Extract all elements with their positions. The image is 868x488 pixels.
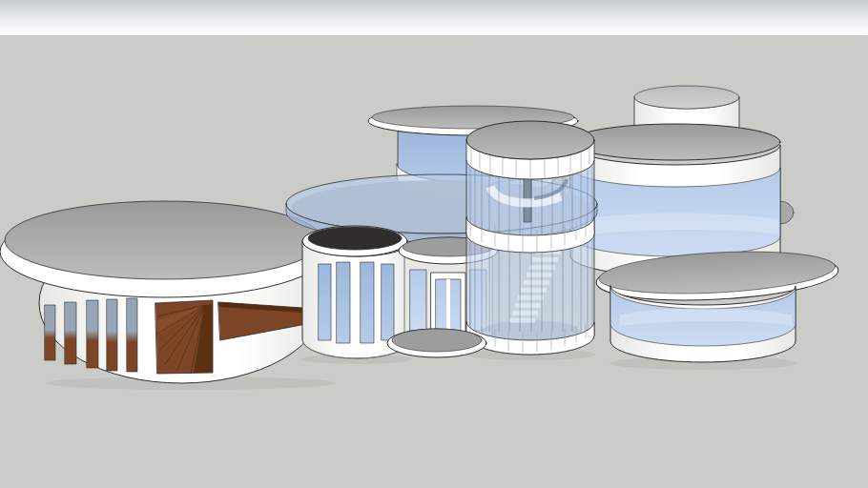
viewer-header <box>0 0 868 35</box>
glass-elevator-tower <box>466 121 594 355</box>
fan-stair-opening <box>155 300 213 374</box>
entry-step-top <box>392 329 482 352</box>
left-rotunda-roof-top <box>5 201 323 279</box>
model-canvas[interactable] <box>0 35 868 488</box>
entry-step <box>387 329 486 357</box>
portico-glass-left <box>410 270 426 331</box>
viewer-window <box>0 0 868 488</box>
roof-cylinder-top <box>634 86 739 109</box>
right-tower-roof-top <box>570 124 780 160</box>
model-scene <box>0 35 868 488</box>
elevator-roof-top <box>466 121 594 159</box>
left-rotunda <box>0 201 328 383</box>
colonnade-dark-cap <box>308 227 402 250</box>
